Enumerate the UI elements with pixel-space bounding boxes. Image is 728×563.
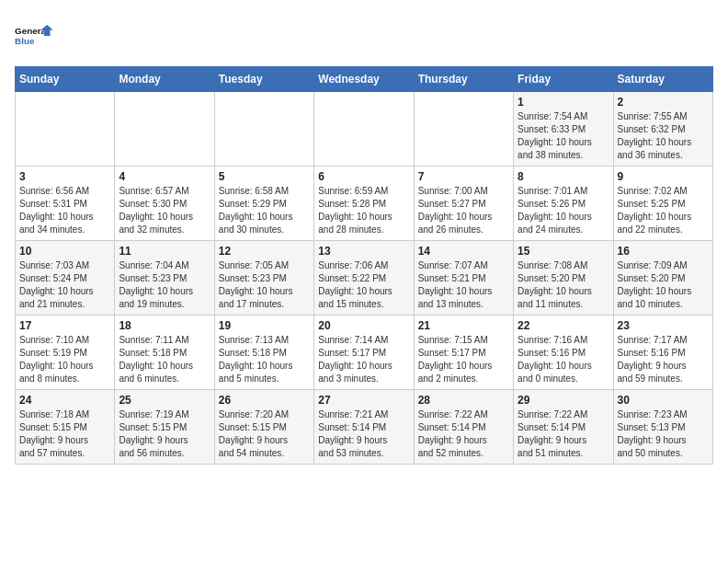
day-info: Sunrise: 6:56 AM Sunset: 5:31 PM Dayligh…	[19, 185, 110, 236]
day-info: Sunrise: 7:06 AM Sunset: 5:22 PM Dayligh…	[318, 259, 409, 311]
day-number: 19	[219, 319, 310, 332]
day-cell: 30Sunrise: 7:23 AM Sunset: 5:13 PM Dayli…	[613, 390, 712, 465]
day-cell: 25Sunrise: 7:19 AM Sunset: 5:15 PM Dayli…	[115, 390, 214, 465]
week-row-3: 10Sunrise: 7:03 AM Sunset: 5:24 PM Dayli…	[16, 241, 713, 316]
day-info: Sunrise: 6:57 AM Sunset: 5:30 PM Dayligh…	[119, 185, 210, 236]
day-cell: 5Sunrise: 6:58 AM Sunset: 5:29 PM Daylig…	[214, 167, 313, 241]
day-info: Sunrise: 7:15 AM Sunset: 5:17 PM Dayligh…	[418, 334, 509, 385]
day-cell: 10Sunrise: 7:03 AM Sunset: 5:24 PM Dayli…	[16, 241, 115, 316]
day-cell: 8Sunrise: 7:01 AM Sunset: 5:26 PM Daylig…	[514, 167, 613, 241]
day-number: 21	[418, 319, 509, 332]
day-info: Sunrise: 7:07 AM Sunset: 5:21 PM Dayligh…	[418, 259, 509, 311]
day-cell: 16Sunrise: 7:09 AM Sunset: 5:20 PM Dayli…	[613, 241, 712, 316]
day-number: 22	[518, 319, 609, 332]
day-cell: 2Sunrise: 7:55 AM Sunset: 6:32 PM Daylig…	[613, 92, 712, 167]
page-header: General Blue	[15, 15, 713, 55]
week-row-4: 17Sunrise: 7:10 AM Sunset: 5:19 PM Dayli…	[16, 316, 713, 390]
day-cell: 24Sunrise: 7:18 AM Sunset: 5:15 PM Dayli…	[16, 390, 115, 465]
day-info: Sunrise: 7:14 AM Sunset: 5:17 PM Dayligh…	[318, 334, 409, 385]
day-info: Sunrise: 7:03 AM Sunset: 5:24 PM Dayligh…	[19, 259, 110, 311]
day-number: 24	[19, 394, 110, 407]
logo-svg: General Blue	[15, 15, 55, 55]
day-info: Sunrise: 7:16 AM Sunset: 5:16 PM Dayligh…	[518, 334, 609, 385]
day-number: 16	[618, 245, 709, 258]
day-cell: 1Sunrise: 7:54 AM Sunset: 6:33 PM Daylig…	[514, 92, 613, 167]
day-number: 15	[518, 245, 609, 258]
day-cell: 12Sunrise: 7:05 AM Sunset: 5:23 PM Dayli…	[214, 241, 313, 316]
day-number: 26	[219, 394, 310, 407]
day-info: Sunrise: 7:21 AM Sunset: 5:14 PM Dayligh…	[318, 408, 409, 460]
day-info: Sunrise: 7:00 AM Sunset: 5:27 PM Dayligh…	[418, 185, 509, 236]
day-cell: 26Sunrise: 7:20 AM Sunset: 5:15 PM Dayli…	[214, 390, 313, 465]
day-number: 6	[318, 170, 409, 183]
day-cell: 6Sunrise: 6:59 AM Sunset: 5:28 PM Daylig…	[314, 167, 414, 241]
header-tuesday: Tuesday	[214, 67, 313, 92]
day-number: 7	[418, 170, 509, 183]
day-number: 28	[418, 394, 509, 407]
calendar-table: SundayMondayTuesdayWednesdayThursdayFrid…	[15, 66, 713, 465]
day-cell	[414, 92, 513, 167]
day-info: Sunrise: 7:22 AM Sunset: 5:14 PM Dayligh…	[418, 408, 509, 460]
day-number: 12	[219, 245, 310, 258]
day-cell: 17Sunrise: 7:10 AM Sunset: 5:19 PM Dayli…	[16, 316, 115, 390]
day-number: 5	[219, 170, 310, 183]
day-cell	[115, 92, 214, 167]
day-info: Sunrise: 7:01 AM Sunset: 5:26 PM Dayligh…	[518, 185, 609, 236]
day-cell: 20Sunrise: 7:14 AM Sunset: 5:17 PM Dayli…	[314, 316, 414, 390]
day-number: 8	[518, 170, 609, 183]
day-number: 29	[518, 394, 609, 407]
day-info: Sunrise: 6:59 AM Sunset: 5:28 PM Dayligh…	[318, 185, 409, 236]
day-info: Sunrise: 7:55 AM Sunset: 6:32 PM Dayligh…	[618, 110, 709, 162]
day-number: 14	[418, 245, 509, 258]
header-thursday: Thursday	[414, 67, 513, 92]
header-saturday: Saturday	[613, 67, 712, 92]
week-row-1: 1Sunrise: 7:54 AM Sunset: 6:33 PM Daylig…	[16, 92, 713, 167]
day-info: Sunrise: 7:20 AM Sunset: 5:15 PM Dayligh…	[219, 408, 310, 460]
day-info: Sunrise: 7:13 AM Sunset: 5:18 PM Dayligh…	[219, 334, 310, 385]
day-number: 2	[618, 96, 709, 109]
day-number: 23	[618, 319, 709, 332]
day-info: Sunrise: 7:19 AM Sunset: 5:15 PM Dayligh…	[119, 408, 210, 460]
day-info: Sunrise: 7:10 AM Sunset: 5:19 PM Dayligh…	[19, 334, 110, 385]
day-number: 30	[618, 394, 709, 407]
day-cell: 15Sunrise: 7:08 AM Sunset: 5:20 PM Dayli…	[514, 241, 613, 316]
day-cell: 27Sunrise: 7:21 AM Sunset: 5:14 PM Dayli…	[314, 390, 414, 465]
day-cell: 21Sunrise: 7:15 AM Sunset: 5:17 PM Dayli…	[414, 316, 513, 390]
day-number: 1	[518, 96, 609, 109]
day-cell	[314, 92, 414, 167]
header-wednesday: Wednesday	[314, 67, 414, 92]
day-number: 9	[618, 170, 709, 183]
day-number: 3	[19, 170, 110, 183]
day-number: 17	[19, 319, 110, 332]
day-number: 20	[318, 319, 409, 332]
svg-text:General: General	[15, 26, 49, 36]
day-cell: 19Sunrise: 7:13 AM Sunset: 5:18 PM Dayli…	[214, 316, 313, 390]
logo: General Blue	[15, 15, 55, 55]
day-cell: 3Sunrise: 6:56 AM Sunset: 5:31 PM Daylig…	[16, 167, 115, 241]
day-info: Sunrise: 7:08 AM Sunset: 5:20 PM Dayligh…	[518, 259, 609, 311]
calendar-header-row: SundayMondayTuesdayWednesdayThursdayFrid…	[16, 67, 713, 92]
day-number: 13	[318, 245, 409, 258]
day-info: Sunrise: 7:18 AM Sunset: 5:15 PM Dayligh…	[19, 408, 110, 460]
day-number: 10	[19, 245, 110, 258]
day-info: Sunrise: 7:02 AM Sunset: 5:25 PM Dayligh…	[618, 185, 709, 236]
week-row-5: 24Sunrise: 7:18 AM Sunset: 5:15 PM Dayli…	[16, 390, 713, 465]
day-cell: 9Sunrise: 7:02 AM Sunset: 5:25 PM Daylig…	[613, 167, 712, 241]
day-info: Sunrise: 6:58 AM Sunset: 5:29 PM Dayligh…	[219, 185, 310, 236]
day-cell: 28Sunrise: 7:22 AM Sunset: 5:14 PM Dayli…	[414, 390, 513, 465]
day-info: Sunrise: 7:22 AM Sunset: 5:14 PM Dayligh…	[518, 408, 609, 460]
day-number: 27	[318, 394, 409, 407]
day-number: 25	[119, 394, 210, 407]
day-cell: 18Sunrise: 7:11 AM Sunset: 5:18 PM Dayli…	[115, 316, 214, 390]
day-cell	[214, 92, 313, 167]
day-cell: 13Sunrise: 7:06 AM Sunset: 5:22 PM Dayli…	[314, 241, 414, 316]
day-cell: 11Sunrise: 7:04 AM Sunset: 5:23 PM Dayli…	[115, 241, 214, 316]
day-number: 18	[119, 319, 210, 332]
day-cell: 23Sunrise: 7:17 AM Sunset: 5:16 PM Dayli…	[613, 316, 712, 390]
day-info: Sunrise: 7:11 AM Sunset: 5:18 PM Dayligh…	[119, 334, 210, 385]
day-cell: 7Sunrise: 7:00 AM Sunset: 5:27 PM Daylig…	[414, 167, 513, 241]
week-row-2: 3Sunrise: 6:56 AM Sunset: 5:31 PM Daylig…	[16, 167, 713, 241]
day-cell: 14Sunrise: 7:07 AM Sunset: 5:21 PM Dayli…	[414, 241, 513, 316]
day-number: 4	[119, 170, 210, 183]
day-cell: 4Sunrise: 6:57 AM Sunset: 5:30 PM Daylig…	[115, 167, 214, 241]
